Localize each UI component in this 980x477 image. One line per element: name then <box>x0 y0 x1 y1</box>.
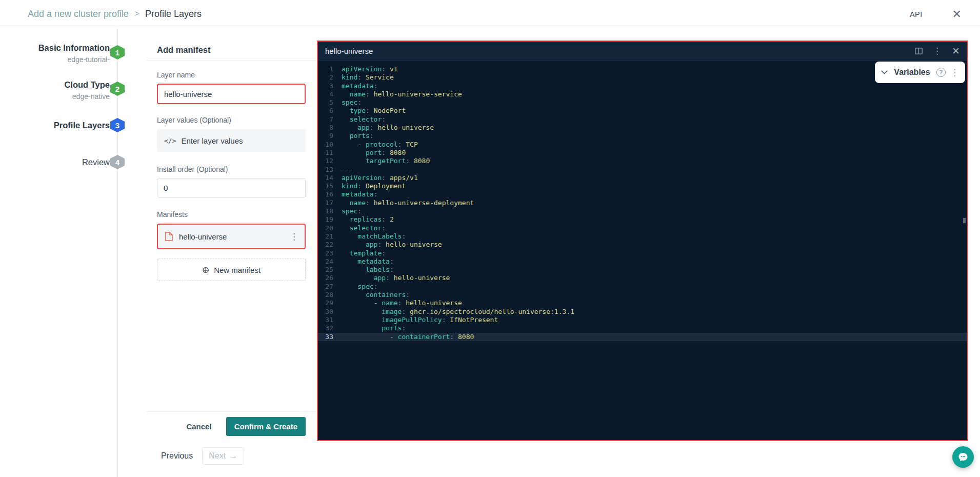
close-wizard-icon[interactable]: ✕ <box>952 9 962 20</box>
code-line[interactable]: 33 - containerPort: 8080 <box>318 333 967 341</box>
editor-close-icon[interactable]: ✕ <box>952 46 960 56</box>
chevron-down-icon[interactable] <box>881 70 888 74</box>
step-badge-3[interactable]: 3 <box>110 118 125 132</box>
step-badge-2[interactable]: 2 <box>110 82 125 96</box>
code-line[interactable]: 19 replicas: 2 <box>318 215 967 224</box>
enter-layer-values-button[interactable]: </> Enter layer values <box>157 129 306 152</box>
code-line[interactable]: 27 spec: <box>318 283 967 291</box>
line-number: 31 <box>318 316 342 324</box>
top-header: Add a new cluster profile > Profile Laye… <box>0 0 980 28</box>
line-number: 19 <box>318 215 342 224</box>
install-order-input[interactable] <box>157 178 306 197</box>
yaml-editor: hello-universe ⋮ ✕ 1apiVersion: v12kind:… <box>317 41 968 441</box>
line-content: template: <box>342 249 386 257</box>
code-line[interactable]: 23 template: <box>318 249 967 257</box>
line-number: 18 <box>318 207 342 215</box>
cancel-button[interactable]: Cancel <box>186 422 211 431</box>
line-content: - containerPort: 8080 <box>342 333 474 341</box>
line-content: apiVersion: apps/v1 <box>342 174 418 182</box>
line-content: metadata: <box>342 82 377 90</box>
new-manifest-label: New manifest <box>214 266 261 274</box>
layer-name-label: Layer name <box>157 71 306 79</box>
line-number: 30 <box>318 308 342 316</box>
code-line[interactable]: 13--- <box>318 166 967 174</box>
split-view-icon[interactable] <box>915 48 923 54</box>
line-number: 1 <box>318 65 342 73</box>
help-icon[interactable]: ? <box>936 68 946 77</box>
manifest-more-options-icon[interactable]: ⋮ <box>290 232 298 241</box>
step-label: Profile Layers <box>0 121 110 130</box>
help-chat-button[interactable] <box>952 446 974 468</box>
line-content: replicas: 2 <box>342 215 394 224</box>
previous-button[interactable]: Previous <box>161 451 193 461</box>
code-line[interactable]: 14apiVersion: apps/v1 <box>318 174 967 182</box>
stepper-step-basic-information[interactable]: Basic Information edge-tutorial- <box>0 43 110 64</box>
variables-more-options-icon[interactable]: ⋮ <box>950 68 959 77</box>
code-line[interactable]: 32 ports: <box>318 324 967 332</box>
line-content: app: hello-universe <box>342 241 442 249</box>
add-manifest-panel: Add manifest Layer name Layer values (Op… <box>147 40 316 441</box>
code-line[interactable]: 4 name: hello-universe-service <box>318 90 967 98</box>
editor-more-options-icon[interactable]: ⋮ <box>933 47 942 55</box>
add-cluster-profile-page: Add a new cluster profile > Profile Laye… <box>0 0 980 477</box>
code-line[interactable]: 9 ports: <box>318 132 967 140</box>
line-number: 12 <box>318 157 342 165</box>
code-brackets-icon: </> <box>164 137 176 145</box>
code-line[interactable]: 8 app: hello-universe <box>318 124 967 132</box>
line-number: 17 <box>318 199 342 207</box>
code-line[interactable]: 21 matchLabels: <box>318 232 967 241</box>
stepper-step-profile-layers[interactable]: Profile Layers <box>0 121 110 130</box>
stepper-step-review[interactable]: Review <box>0 157 110 167</box>
stepper-step-cloud-type[interactable]: Cloud Type edge-native <box>0 80 110 101</box>
layer-name-input[interactable] <box>157 84 306 104</box>
code-line[interactable]: 20 selector: <box>318 224 967 232</box>
step-badge-4[interactable]: 4 <box>110 155 125 169</box>
code-line[interactable]: 22 app: hello-universe <box>318 241 967 249</box>
line-content: selector: <box>342 115 386 124</box>
api-button[interactable]: API <box>910 10 923 18</box>
variables-label[interactable]: Variables <box>892 68 932 77</box>
line-number: 22 <box>318 241 342 249</box>
line-content: --- <box>342 166 353 174</box>
code-line[interactable]: 10 - protocol: TCP <box>318 141 967 149</box>
next-button[interactable]: Next → <box>202 447 244 465</box>
confirm-create-button[interactable]: Confirm & Create <box>226 417 306 436</box>
code-line[interactable]: 1apiVersion: v1 <box>318 65 967 73</box>
line-number: 3 <box>318 82 342 90</box>
manifest-item-hello-universe[interactable]: hello-universe ⋮ <box>157 224 306 249</box>
code-line[interactable]: 31 imagePullPolicy: IfNotPresent <box>318 316 967 324</box>
code-line[interactable]: 25 labels: <box>318 266 967 274</box>
code-line[interactable]: 6 type: NodePort <box>318 107 967 115</box>
code-line[interactable]: 11 port: 8080 <box>318 149 967 157</box>
code-line[interactable]: 5spec: <box>318 98 967 107</box>
new-manifest-button[interactable]: ⊕ New manifest <box>157 259 306 281</box>
manifest-item-name: hello-universe <box>179 232 284 241</box>
manifests-label: Manifests <box>157 210 306 218</box>
step-badge-1[interactable]: 1 <box>110 45 125 59</box>
code-line[interactable]: 28 containers: <box>318 291 967 299</box>
line-content: ports: <box>342 132 374 140</box>
code-line[interactable]: 30 image: ghcr.io/spectrocloud/hello-uni… <box>318 308 967 316</box>
code-line[interactable]: 15kind: Deployment <box>318 182 967 190</box>
line-content: name: hello-universe-service <box>342 90 462 98</box>
line-number: 5 <box>318 98 342 107</box>
breadcrumb-wizard-title[interactable]: Add a new cluster profile <box>28 9 129 19</box>
line-content: apiVersion: v1 <box>342 65 398 73</box>
editor-scrollbar-marker[interactable] <box>963 218 966 223</box>
code-line[interactable]: 18spec: <box>318 207 967 215</box>
code-line[interactable]: 2kind: Service <box>318 73 967 82</box>
code-lines[interactable]: 1apiVersion: v12kind: Service3metadata:4… <box>318 61 967 341</box>
code-line[interactable]: 12 targetPort: 8080 <box>318 157 967 165</box>
variables-panel: Variables ? ⋮ <box>875 62 965 83</box>
code-line[interactable]: 29 - name: hello-universe <box>318 299 967 307</box>
code-line[interactable]: 24 metadata: <box>318 257 967 266</box>
code-line[interactable]: 17 name: hello-universe-deployment <box>318 199 967 207</box>
code-line[interactable]: 3metadata: <box>318 82 967 90</box>
code-line[interactable]: 26 app: hello-universe <box>318 274 967 282</box>
panel-title: Add manifest <box>147 40 316 61</box>
code-line[interactable]: 7 selector: <box>318 115 967 124</box>
step-sublabel: edge-tutorial- <box>0 55 110 64</box>
code-line[interactable]: 16metadata: <box>318 190 967 198</box>
next-button-label: Next <box>209 451 226 461</box>
line-content: - name: hello-universe <box>342 299 462 307</box>
